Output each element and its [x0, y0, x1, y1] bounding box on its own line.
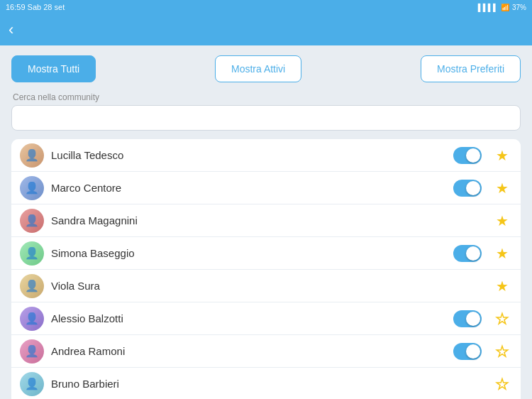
content-area: Mostra Tutti Mostra Attivi Mostra Prefer…: [0, 45, 532, 399]
toggle-area: [450, 180, 485, 197]
avatar: 👤: [20, 339, 44, 364]
wifi-icon: 📶: [501, 4, 509, 11]
toggle-area: [450, 343, 485, 360]
person-name: Bruno Barbieri: [51, 378, 450, 390]
mostra-attivi-button[interactable]: Mostra Attivi: [215, 55, 301, 82]
star-filled-icon[interactable]: ★: [496, 279, 509, 293]
star-area: ★: [492, 181, 512, 195]
person-name: Marco Centore: [51, 182, 450, 194]
list-item[interactable]: 👤Alessio Balzotti★: [11, 302, 521, 335]
list-item[interactable]: 👤Bruno Barbieri★: [11, 368, 521, 399]
toggle-area: [450, 245, 485, 262]
toggle-switch[interactable]: [453, 245, 482, 262]
avatar: 👤: [20, 143, 44, 168]
filter-row: Mostra Tutti Mostra Attivi Mostra Prefer…: [11, 55, 521, 82]
toggle-switch[interactable]: [453, 343, 482, 360]
mostra-tutti-button[interactable]: Mostra Tutti: [11, 55, 96, 82]
star-area: ★: [492, 214, 512, 228]
people-list: 👤Lucilla Tedesco★👤Marco Centore★👤Sandra …: [11, 139, 521, 399]
avatar: 👤: [20, 176, 44, 200]
toggle-switch[interactable]: [453, 180, 482, 197]
star-area: ★: [492, 148, 512, 163]
list-item[interactable]: 👤Andrea Ramoni★: [11, 335, 521, 368]
star-empty-icon[interactable]: ★: [496, 377, 509, 391]
list-item[interactable]: 👤Lucilla Tedesco★: [11, 139, 521, 172]
star-area: ★: [492, 377, 512, 391]
signal-icon: ▌▌▌▌: [478, 4, 498, 11]
avatar: 👤: [20, 241, 44, 266]
star-area: ★: [492, 246, 512, 261]
person-name: Lucilla Tedesco: [51, 149, 450, 161]
person-name: Alessio Balzotti: [51, 312, 450, 324]
back-button[interactable]: ‹: [9, 22, 13, 38]
avatar: 👤: [20, 372, 44, 396]
star-area: ★: [492, 312, 512, 326]
toggle-switch[interactable]: [453, 147, 482, 164]
avatar: 👤: [20, 307, 44, 331]
star-filled-icon[interactable]: ★: [496, 214, 509, 228]
star-area: ★: [492, 344, 512, 359]
toggle-area: [450, 310, 485, 327]
list-item[interactable]: 👤Sandra Magagnini★: [11, 204, 521, 237]
toggle-area: [450, 147, 485, 164]
star-empty-icon[interactable]: ★: [496, 312, 509, 326]
avatar: 👤: [20, 274, 44, 298]
search-container: Cerca nella community: [11, 92, 521, 131]
list-item[interactable]: 👤Marco Centore★: [11, 172, 521, 204]
person-name: Andrea Ramoni: [51, 345, 450, 357]
star-filled-icon[interactable]: ★: [496, 246, 509, 261]
star-filled-icon[interactable]: ★: [496, 181, 509, 195]
star-filled-icon[interactable]: ★: [496, 148, 509, 163]
search-label: Cerca nella community: [11, 92, 521, 102]
list-item[interactable]: 👤Simona Baseggio★: [11, 237, 521, 270]
search-input[interactable]: [11, 105, 521, 131]
status-bar: 16:59 Sab 28 set ▌▌▌▌ 📶 37%: [0, 0, 532, 14]
person-name: Sandra Magagnini: [51, 214, 450, 226]
status-icons: ▌▌▌▌ 📶 37%: [478, 4, 526, 11]
status-time: 16:59 Sab 28 set: [6, 3, 65, 11]
star-area: ★: [492, 279, 512, 293]
nav-bar: ‹: [0, 14, 532, 45]
list-item[interactable]: 👤Viola Sura★: [11, 270, 521, 302]
mostra-preferiti-button[interactable]: Mostra Preferiti: [421, 55, 521, 82]
person-name: Simona Baseggio: [51, 247, 450, 259]
toggle-switch[interactable]: [453, 310, 482, 327]
person-name: Viola Sura: [51, 280, 450, 292]
battery-text: 37%: [512, 4, 526, 11]
star-empty-icon[interactable]: ★: [496, 344, 509, 359]
avatar: 👤: [20, 209, 44, 233]
